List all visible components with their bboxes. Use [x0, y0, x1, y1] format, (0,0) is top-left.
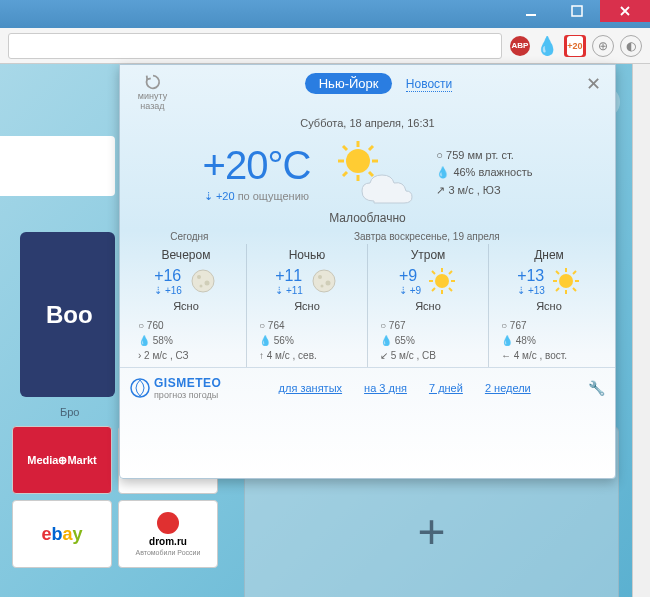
bookmark-tile-ebay[interactable]: ebay — [12, 500, 112, 568]
forecast-column: Ночью+11⇣ +11Ясно○ 764💧 56%↑ 4 м/с , сев… — [247, 244, 368, 367]
current-temperature: +20°C — [203, 143, 311, 188]
maximize-button[interactable] — [554, 0, 600, 22]
moon-icon — [309, 266, 339, 296]
scrollbar[interactable] — [632, 64, 650, 597]
minimize-button[interactable] — [508, 0, 554, 22]
svg-point-10 — [325, 281, 330, 286]
forecast-temp: +9 — [399, 267, 421, 285]
today-label: Сегодня — [130, 231, 249, 242]
svg-point-5 — [197, 275, 201, 279]
forecast-meta: ○ 767💧 48%← 4 м/с , вост. — [495, 318, 603, 363]
bookmark-tile-mediamarkt[interactable]: Media⊕Markt — [12, 426, 112, 494]
svg-point-6 — [204, 281, 209, 286]
forecast-row: Вечером+16⇣ +16Ясно○ 760💧 58%› 2 м/с , С… — [120, 244, 615, 367]
forecast-meta: ○ 767💧 65%↙ 5 м/с , СВ — [374, 318, 482, 363]
city-tab[interactable]: Нью-Йорк — [305, 73, 393, 94]
forecast-condition: Ясно — [495, 300, 603, 312]
forecast-feels: ⇣ +9 — [399, 285, 421, 296]
footer-link-2weeks[interactable]: 2 недели — [485, 382, 531, 394]
svg-point-13 — [559, 274, 573, 288]
tomorrow-label: Завтра воскресенье, 19 апреля — [249, 231, 605, 242]
svg-point-9 — [318, 275, 322, 279]
forecast-feels: ⇣ +16 — [154, 285, 182, 296]
url-bar[interactable] — [8, 33, 502, 59]
close-button[interactable] — [600, 0, 650, 22]
search-panel — [0, 136, 115, 196]
refresh-icon — [144, 73, 162, 91]
svg-point-11 — [320, 285, 323, 288]
forecast-meta: ○ 764💧 56%↑ 4 м/с , сев. — [253, 318, 361, 363]
moon-icon — [188, 266, 218, 296]
footer-link-7days[interactable]: 7 дней — [429, 382, 463, 394]
svg-point-4 — [192, 270, 214, 292]
forecast-temp: +16 — [154, 267, 182, 285]
gismeteo-logo-icon — [130, 378, 150, 398]
adblock-extension-icon[interactable]: ABP — [510, 36, 530, 56]
main-content: Boo Бро Media⊕Markt GISMETEO ebay drom.r… — [0, 64, 650, 597]
bookmark-tile-large[interactable]: Boo — [20, 232, 115, 397]
forecast-meta: ○ 760💧 58%› 2 м/с , СЗ — [132, 318, 240, 363]
news-tab[interactable]: Новости — [406, 77, 452, 92]
settings-button[interactable]: 🔧 — [588, 380, 605, 396]
feels-like: ⇣ +20 по ощущению — [203, 190, 311, 203]
svg-point-12 — [435, 274, 449, 288]
forecast-part: Ночью — [253, 248, 361, 262]
footer-link-busy[interactable]: для занятых — [279, 382, 343, 394]
sun-icon — [551, 266, 581, 296]
forecast-feels: ⇣ +13 — [517, 285, 545, 296]
weather-popup: минуту назад Нью-Йорк Новости ✕ Суббота,… — [119, 64, 616, 479]
current-description: Малооблачно — [120, 211, 615, 225]
popup-close-button[interactable]: ✕ — [582, 73, 605, 95]
forecast-condition: Ясно — [253, 300, 361, 312]
current-meta: ○ 759 мм рт. ст. 💧 46% влажность ↗ 3 м/с… — [436, 147, 532, 200]
svg-point-7 — [199, 285, 202, 288]
window-titlebar — [0, 0, 650, 28]
forecast-column: Днем+13⇣ +13Ясно○ 767💧 48%← 4 м/с , вост… — [489, 244, 609, 367]
refresh-button[interactable]: минуту назад — [130, 73, 175, 111]
forecast-temp: +11 — [275, 267, 303, 285]
profile-button[interactable]: ◐ — [620, 35, 642, 57]
forecast-feels: ⇣ +11 — [275, 285, 303, 296]
tile-caption: Бро — [60, 406, 79, 418]
datetime-label: Суббота, 18 апреля, 16:31 — [120, 117, 615, 129]
account-button[interactable]: ⊕ — [592, 35, 614, 57]
svg-point-14 — [131, 379, 149, 397]
weather-condition-icon — [328, 137, 418, 209]
forecast-temp: +13 — [517, 267, 545, 285]
svg-rect-0 — [526, 14, 536, 16]
forecast-part: Днем — [495, 248, 603, 262]
brand-logo[interactable]: GISMETEO прогноз погоды — [130, 376, 221, 400]
bookmark-tile-drom[interactable]: drom.ru Автомобили России — [118, 500, 218, 568]
sun-icon — [427, 266, 457, 296]
forecast-column: Вечером+16⇣ +16Ясно○ 760💧 58%› 2 м/с , С… — [126, 244, 247, 367]
forecast-condition: Ясно — [374, 300, 482, 312]
svg-rect-1 — [572, 6, 582, 16]
droplet-extension-icon[interactable]: 💧 — [536, 35, 558, 57]
forecast-part: Вечером — [132, 248, 240, 262]
forecast-part: Утром — [374, 248, 482, 262]
footer-link-3days[interactable]: на 3 дня — [364, 382, 407, 394]
forecast-condition: Ясно — [132, 300, 240, 312]
drom-logo-icon — [157, 512, 179, 534]
gismeteo-extension-icon[interactable]: +20 — [564, 35, 586, 57]
forecast-column: Утром+9⇣ +9Ясно○ 767💧 65%↙ 5 м/с , СВ — [368, 244, 489, 367]
svg-point-8 — [313, 270, 335, 292]
browser-toolbar: ABP 💧 +20 ⊕ ◐ — [0, 28, 650, 64]
